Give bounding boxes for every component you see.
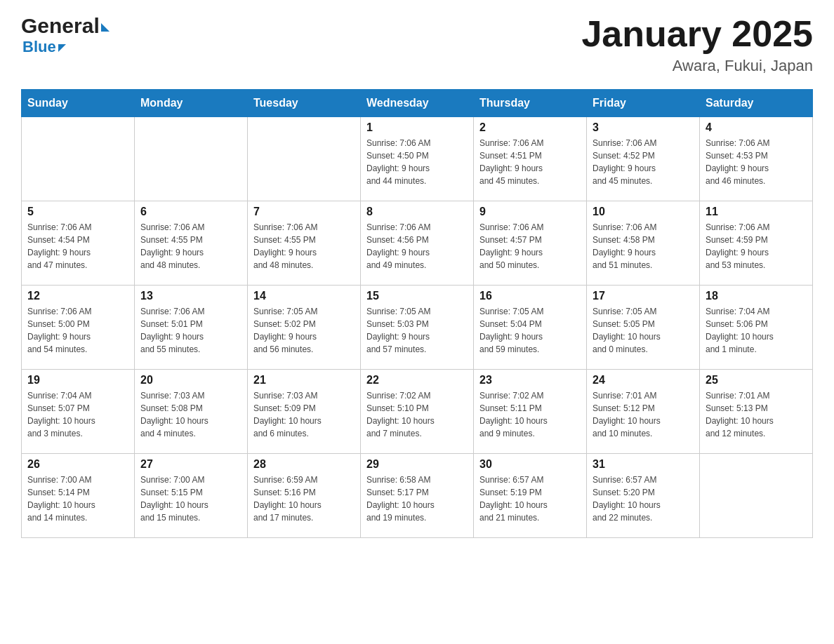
- day-number: 7: [253, 206, 355, 218]
- calendar-subtitle: Awara, Fukui, Japan: [581, 57, 813, 75]
- calendar-cell: 10Sunrise: 7:06 AM Sunset: 4:58 PM Dayli…: [587, 201, 700, 286]
- day-number: 9: [479, 206, 581, 218]
- calendar-cell: 12Sunrise: 7:06 AM Sunset: 5:00 PM Dayli…: [22, 286, 135, 370]
- day-number: 5: [27, 206, 128, 218]
- day-number: 26: [27, 458, 128, 471]
- calendar-cell: 5Sunrise: 7:06 AM Sunset: 4:54 PM Daylig…: [22, 201, 135, 286]
- day-number: 13: [140, 290, 241, 302]
- page-header: General Blue January 2025 Awara, Fukui, …: [21, 14, 813, 75]
- day-info: Sunrise: 7:00 AM Sunset: 5:14 PM Dayligh…: [27, 474, 128, 524]
- day-info: Sunrise: 6:59 AM Sunset: 5:16 PM Dayligh…: [253, 474, 355, 524]
- calendar-week-5: 26Sunrise: 7:00 AM Sunset: 5:14 PM Dayli…: [22, 454, 813, 538]
- day-number: 20: [140, 374, 241, 387]
- day-info: Sunrise: 7:06 AM Sunset: 4:55 PM Dayligh…: [253, 221, 355, 271]
- calendar-cell: 8Sunrise: 7:06 AM Sunset: 4:56 PM Daylig…: [361, 201, 474, 286]
- day-info: Sunrise: 6:58 AM Sunset: 5:17 PM Dayligh…: [366, 474, 468, 524]
- day-info: Sunrise: 7:04 AM Sunset: 5:06 PM Dayligh…: [706, 305, 807, 356]
- day-info: Sunrise: 7:01 AM Sunset: 5:13 PM Dayligh…: [706, 389, 807, 440]
- calendar-header-tuesday: Tuesday: [248, 90, 361, 117]
- calendar-cell: 17Sunrise: 7:05 AM Sunset: 5:05 PM Dayli…: [587, 286, 700, 370]
- calendar-header-saturday: Saturday: [700, 90, 813, 117]
- logo-blue-text: Blue: [22, 38, 56, 56]
- day-info: Sunrise: 7:06 AM Sunset: 4:56 PM Dayligh…: [366, 221, 468, 271]
- calendar-cell: 19Sunrise: 7:04 AM Sunset: 5:07 PM Dayli…: [22, 370, 135, 454]
- calendar-table: SundayMondayTuesdayWednesdayThursdayFrid…: [21, 89, 813, 538]
- day-number: 6: [140, 206, 241, 218]
- calendar-header-thursday: Thursday: [474, 90, 587, 117]
- day-number: 25: [706, 374, 807, 387]
- day-number: 27: [140, 458, 241, 471]
- day-info: Sunrise: 7:06 AM Sunset: 5:00 PM Dayligh…: [27, 305, 128, 356]
- calendar-header-sunday: Sunday: [22, 90, 135, 117]
- logo-general-text: General: [21, 14, 100, 38]
- calendar-cell: 27Sunrise: 7:00 AM Sunset: 5:15 PM Dayli…: [135, 454, 248, 538]
- calendar-cell: 14Sunrise: 7:05 AM Sunset: 5:02 PM Dayli…: [248, 286, 361, 370]
- calendar-cell: 15Sunrise: 7:05 AM Sunset: 5:03 PM Dayli…: [361, 286, 474, 370]
- day-info: Sunrise: 7:06 AM Sunset: 4:57 PM Dayligh…: [479, 221, 581, 271]
- calendar-cell: [248, 117, 361, 201]
- day-info: Sunrise: 7:01 AM Sunset: 5:12 PM Dayligh…: [593, 389, 694, 440]
- day-info: Sunrise: 7:06 AM Sunset: 5:01 PM Dayligh…: [140, 305, 241, 356]
- day-info: Sunrise: 7:05 AM Sunset: 5:03 PM Dayligh…: [366, 305, 468, 356]
- calendar-cell: 2Sunrise: 7:06 AM Sunset: 4:51 PM Daylig…: [474, 117, 587, 201]
- calendar-cell: 29Sunrise: 6:58 AM Sunset: 5:17 PM Dayli…: [361, 454, 474, 538]
- day-info: Sunrise: 6:57 AM Sunset: 5:20 PM Dayligh…: [593, 474, 694, 524]
- day-number: 4: [706, 121, 807, 134]
- logo: General Blue: [21, 14, 110, 56]
- title-block: January 2025 Awara, Fukui, Japan: [581, 14, 813, 75]
- calendar-cell: 23Sunrise: 7:02 AM Sunset: 5:11 PM Dayli…: [474, 370, 587, 454]
- day-info: Sunrise: 7:06 AM Sunset: 4:58 PM Dayligh…: [593, 221, 694, 271]
- logo-blue-arrow-icon: [58, 44, 66, 52]
- day-number: 31: [593, 458, 694, 471]
- calendar-cell: [135, 117, 248, 201]
- calendar-week-3: 12Sunrise: 7:06 AM Sunset: 5:00 PM Dayli…: [22, 286, 813, 370]
- day-info: Sunrise: 7:05 AM Sunset: 5:05 PM Dayligh…: [593, 305, 694, 356]
- calendar-cell: 28Sunrise: 6:59 AM Sunset: 5:16 PM Dayli…: [248, 454, 361, 538]
- day-info: Sunrise: 7:02 AM Sunset: 5:11 PM Dayligh…: [479, 389, 581, 440]
- day-info: Sunrise: 7:06 AM Sunset: 4:52 PM Dayligh…: [593, 137, 694, 187]
- calendar-cell: 1Sunrise: 7:06 AM Sunset: 4:50 PM Daylig…: [361, 117, 474, 201]
- day-info: Sunrise: 7:05 AM Sunset: 5:02 PM Dayligh…: [253, 305, 355, 356]
- day-info: Sunrise: 6:57 AM Sunset: 5:19 PM Dayligh…: [479, 474, 581, 524]
- calendar-header-monday: Monday: [135, 90, 248, 117]
- calendar-cell: 13Sunrise: 7:06 AM Sunset: 5:01 PM Dayli…: [135, 286, 248, 370]
- calendar-cell: 11Sunrise: 7:06 AM Sunset: 4:59 PM Dayli…: [700, 201, 813, 286]
- calendar-week-4: 19Sunrise: 7:04 AM Sunset: 5:07 PM Dayli…: [22, 370, 813, 454]
- calendar-cell: 26Sunrise: 7:00 AM Sunset: 5:14 PM Dayli…: [22, 454, 135, 538]
- calendar-cell: 6Sunrise: 7:06 AM Sunset: 4:55 PM Daylig…: [135, 201, 248, 286]
- calendar-title: January 2025: [581, 14, 813, 54]
- calendar-header-friday: Friday: [587, 90, 700, 117]
- day-number: 18: [706, 290, 807, 302]
- day-info: Sunrise: 7:06 AM Sunset: 4:53 PM Dayligh…: [706, 137, 807, 187]
- day-info: Sunrise: 7:00 AM Sunset: 5:15 PM Dayligh…: [140, 474, 241, 524]
- day-number: 17: [593, 290, 694, 302]
- day-number: 24: [593, 374, 694, 387]
- calendar-header-wednesday: Wednesday: [361, 90, 474, 117]
- day-number: 2: [479, 121, 581, 134]
- day-number: 3: [593, 121, 694, 134]
- calendar-cell: 18Sunrise: 7:04 AM Sunset: 5:06 PM Dayli…: [700, 286, 813, 370]
- calendar-week-1: 1Sunrise: 7:06 AM Sunset: 4:50 PM Daylig…: [22, 117, 813, 201]
- day-info: Sunrise: 7:06 AM Sunset: 4:50 PM Dayligh…: [366, 137, 468, 187]
- calendar-cell: 30Sunrise: 6:57 AM Sunset: 5:19 PM Dayli…: [474, 454, 587, 538]
- calendar-cell: 7Sunrise: 7:06 AM Sunset: 4:55 PM Daylig…: [248, 201, 361, 286]
- day-info: Sunrise: 7:04 AM Sunset: 5:07 PM Dayligh…: [27, 389, 128, 440]
- day-info: Sunrise: 7:02 AM Sunset: 5:10 PM Dayligh…: [366, 389, 468, 440]
- day-number: 11: [706, 206, 807, 218]
- calendar-cell: [22, 117, 135, 201]
- day-number: 16: [479, 290, 581, 302]
- calendar-cell: 31Sunrise: 6:57 AM Sunset: 5:20 PM Dayli…: [587, 454, 700, 538]
- day-number: 21: [253, 374, 355, 387]
- day-number: 14: [253, 290, 355, 302]
- day-info: Sunrise: 7:06 AM Sunset: 4:55 PM Dayligh…: [140, 221, 241, 271]
- day-number: 12: [27, 290, 128, 302]
- calendar-cell: 3Sunrise: 7:06 AM Sunset: 4:52 PM Daylig…: [587, 117, 700, 201]
- day-number: 8: [366, 206, 468, 218]
- day-number: 23: [479, 374, 581, 387]
- calendar-cell: [700, 454, 813, 538]
- calendar-cell: 20Sunrise: 7:03 AM Sunset: 5:08 PM Dayli…: [135, 370, 248, 454]
- day-number: 30: [479, 458, 581, 471]
- calendar-header-row: SundayMondayTuesdayWednesdayThursdayFrid…: [22, 90, 813, 117]
- calendar-cell: 25Sunrise: 7:01 AM Sunset: 5:13 PM Dayli…: [700, 370, 813, 454]
- calendar-cell: 22Sunrise: 7:02 AM Sunset: 5:10 PM Dayli…: [361, 370, 474, 454]
